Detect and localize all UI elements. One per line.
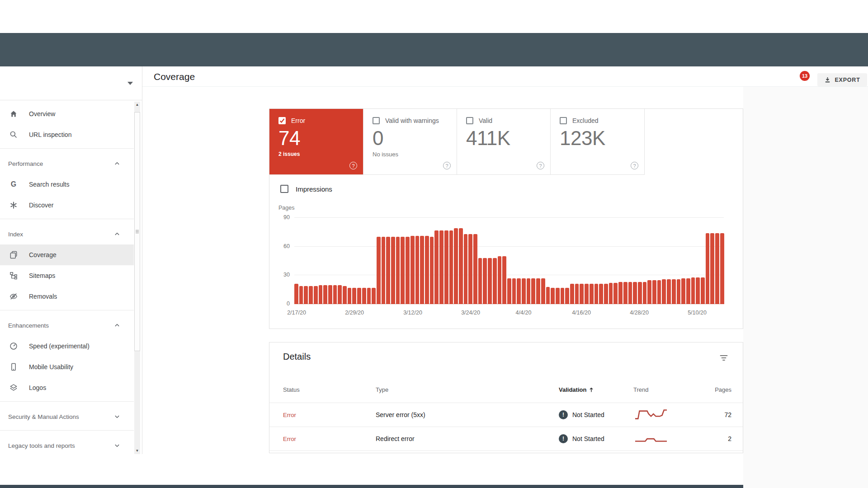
sidebar-item-discover[interactable]: Discover	[0, 195, 134, 216]
impressions-toggle[interactable]: Impressions	[280, 185, 332, 193]
column-trend[interactable]: Trend	[624, 386, 697, 393]
chart-bar	[580, 284, 584, 304]
chart-bar	[362, 288, 366, 304]
chart-bar	[449, 230, 453, 304]
row-pages: 72	[697, 411, 743, 418]
impressions-checkbox[interactable]	[280, 185, 288, 193]
x-axis-tick: 4/16/20	[566, 310, 597, 316]
chart-bar	[561, 288, 565, 304]
chart-bar	[638, 282, 642, 304]
sidebar-item-speed-experimental[interactable]: Speed (experimental)	[0, 336, 134, 357]
chart-bar	[604, 284, 608, 304]
status-card-valid-with-warnings[interactable]: Valid with warnings0No issues?	[363, 109, 457, 175]
card-value: 0	[373, 127, 457, 150]
sidebar-item-label: Search results	[29, 181, 69, 188]
x-axis-tick: 3/24/20	[455, 310, 486, 316]
sidebar-item-label: Mobile Usability	[29, 363, 73, 371]
chart-bar	[720, 233, 724, 304]
filter-icon[interactable]	[719, 353, 728, 362]
chart-bar	[294, 284, 298, 304]
scroll-up-icon[interactable]: ▲	[134, 102, 140, 108]
chart-bar	[686, 278, 690, 304]
sidebar-item-search-results[interactable]: GSearch results	[0, 174, 134, 195]
column-type[interactable]: Type	[376, 386, 547, 393]
chart-bar	[488, 258, 492, 304]
chart-bar	[507, 278, 511, 304]
right-gutter	[743, 87, 868, 488]
chart-bar	[498, 256, 502, 304]
sidebar-item-label: URL inspection	[29, 131, 71, 138]
notification-count-badge[interactable]: 13	[800, 71, 810, 81]
chart-bar	[372, 288, 376, 304]
details-row-server-error-5xx[interactable]: ErrorServer error (5xx)!Not Started72	[269, 403, 743, 427]
help-icon[interactable]: ?	[631, 162, 638, 169]
sidebar-section-legacy-tools-and-reports[interactable]: Legacy tools and reports	[0, 435, 134, 454]
checked-checkbox-icon[interactable]	[278, 117, 286, 124]
logos-icon	[9, 383, 18, 392]
y-axis-tick: 30	[272, 272, 290, 278]
help-icon[interactable]: ?	[349, 162, 357, 169]
unchecked-checkbox-icon[interactable]	[373, 117, 380, 124]
status-card-error[interactable]: Error742 issues?	[269, 109, 363, 175]
chart-bar	[541, 278, 545, 304]
sidebar-item-logos[interactable]: Logos	[0, 377, 134, 398]
chart-bar	[323, 285, 327, 304]
chart-bar	[536, 278, 540, 304]
chevron-up-icon	[113, 160, 121, 168]
sidebar-section-index[interactable]: Index	[0, 224, 134, 244]
chart-bar	[585, 284, 589, 304]
status-card-excluded[interactable]: Excluded123K?	[551, 109, 645, 175]
help-icon[interactable]: ?	[537, 162, 544, 169]
chart-bar	[715, 233, 719, 304]
column-status[interactable]: Status	[283, 386, 376, 393]
unchecked-checkbox-icon[interactable]	[560, 117, 567, 124]
sidebar-section-performance[interactable]: Performance	[0, 153, 134, 174]
sidebar-item-removals[interactable]: Removals	[0, 286, 134, 307]
sidebar-section-enhancements[interactable]: Enhancements	[0, 315, 134, 336]
chevron-up-icon	[113, 321, 121, 329]
chart-bar	[434, 230, 439, 304]
chart-bar	[633, 282, 637, 304]
sidebar-item-coverage[interactable]: Coverage	[0, 244, 134, 265]
card-subtext: 2 issues	[278, 151, 363, 157]
chart-bar	[565, 288, 569, 304]
sidebar-item-sitemaps[interactable]: Sitemaps	[0, 265, 134, 286]
coverage-summary-panel: Error742 issues?Valid with warnings0No i…	[269, 108, 743, 329]
sidebar-item-label: Coverage	[29, 251, 57, 258]
chart-bar	[478, 258, 482, 304]
status-card-valid[interactable]: Valid411K?	[457, 109, 551, 175]
chevron-down-icon	[113, 441, 121, 450]
details-row-redirect-error[interactable]: ErrorRedirect error!Not Started2	[269, 427, 743, 450]
chart-bar	[609, 283, 613, 304]
sidebar-item-mobile-usability[interactable]: Mobile Usability	[0, 357, 134, 377]
chart-bar	[527, 278, 531, 304]
chart-bar	[681, 278, 685, 304]
property-selector[interactable]	[5, 75, 134, 93]
chart-bar	[304, 286, 308, 304]
unchecked-checkbox-icon[interactable]	[466, 117, 473, 124]
scrollbar-thumb[interactable]	[134, 112, 140, 351]
chart-bar	[517, 278, 521, 304]
sidebar-scrollbar[interactable]: ▲ ▼	[134, 102, 140, 454]
column-validation[interactable]: Validation	[547, 386, 624, 393]
scroll-down-icon[interactable]: ▼	[134, 448, 140, 454]
help-icon[interactable]: ?	[443, 162, 451, 169]
sidebar-item-overview[interactable]: Overview	[0, 103, 134, 124]
chart-bar	[575, 284, 579, 304]
chart-bar	[502, 256, 506, 304]
row-type: Redirect error	[376, 435, 547, 442]
sidebar-item-url-inspection[interactable]: URL inspection	[0, 124, 134, 145]
section-label: Legacy tools and reports	[8, 442, 75, 449]
mobile-icon	[9, 362, 18, 371]
speed-icon	[9, 342, 18, 351]
chart-bar	[667, 279, 671, 304]
export-button[interactable]: EXPORT	[817, 73, 867, 86]
window-bottom-edge	[0, 485, 743, 488]
chart-bar	[618, 282, 623, 304]
divider	[0, 219, 134, 219]
chart-bar	[357, 288, 361, 304]
sidebar-section-security-manual-actions[interactable]: Security & Manual Actions	[0, 406, 134, 427]
column-pages[interactable]: Pages	[697, 386, 743, 393]
card-label: Error	[291, 117, 305, 124]
chevron-down-icon	[113, 413, 121, 421]
